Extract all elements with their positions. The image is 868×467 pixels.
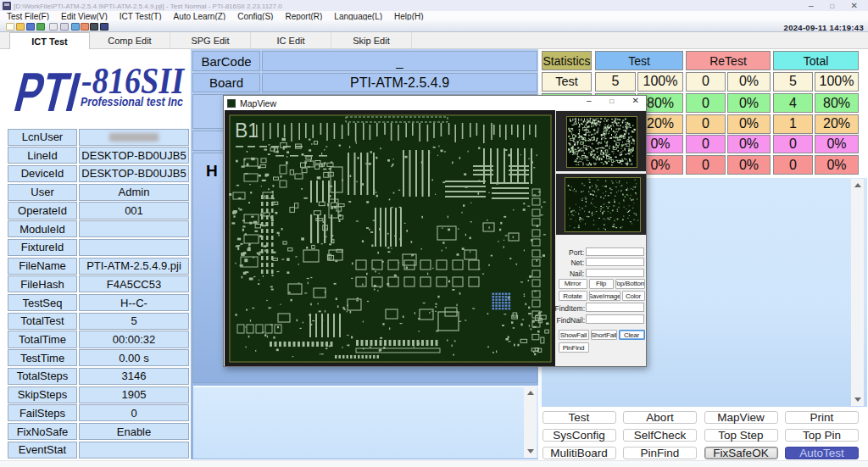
- svg-text:B1: B1: [235, 120, 259, 142]
- svg-text:PTI: PTI: [8, 61, 86, 123]
- svg-text:Professional test Inc: Professional test Inc: [81, 94, 184, 108]
